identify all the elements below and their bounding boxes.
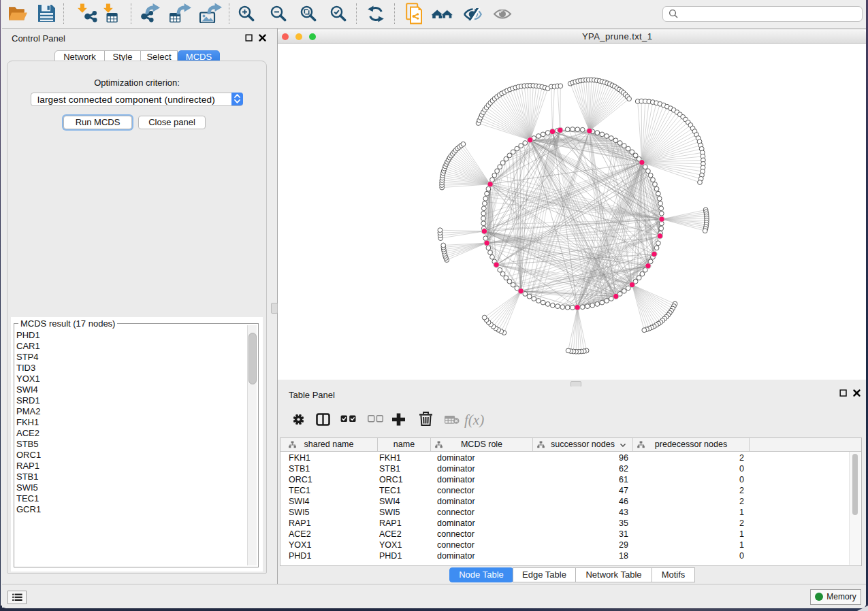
svg-text:f(x): f(x): [464, 412, 484, 428]
